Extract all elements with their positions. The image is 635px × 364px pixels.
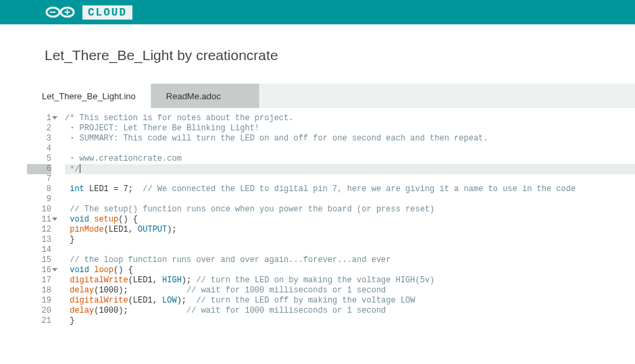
code-line[interactable]: · www.creationcrate.com <box>65 154 635 164</box>
line-number: 11 <box>27 215 51 225</box>
code-line[interactable]: void setup() { <box>65 215 635 225</box>
line-number: 21 <box>27 316 51 326</box>
code-line[interactable]: void loop() { <box>65 265 635 276</box>
line-number: 10 <box>27 205 51 215</box>
code-line[interactable]: */ <box>65 164 635 174</box>
code-line[interactable]: pinMode(LED1, OUTPUT); <box>65 225 635 235</box>
code-line[interactable]: digitalWrite(LED1, LOW); // turn the LED… <box>65 296 635 306</box>
code-line[interactable]: // the loop function runs over and over … <box>65 255 635 265</box>
code-line[interactable]: // The setup() function runs once when y… <box>65 205 635 215</box>
line-number: 17 <box>27 276 51 286</box>
line-number: 7 <box>27 174 51 184</box>
line-number: 1 <box>27 113 51 124</box>
code-editor[interactable]: 123456789101112131415161718192021 /* Thi… <box>27 108 635 326</box>
code-line[interactable]: · SUMMARY: This code will turn the LED o… <box>65 134 635 144</box>
line-number: 16 <box>27 265 51 276</box>
tab-bar: Let_There_Be_Light.ino ReadMe.adoc <box>27 84 635 108</box>
code-line[interactable]: /* This section is for notes about the p… <box>65 113 635 124</box>
line-number-gutter: 123456789101112131415161718192021 <box>27 113 54 326</box>
line-number: 19 <box>27 296 51 306</box>
line-number: 6 <box>27 164 51 174</box>
line-number: 5 <box>27 154 51 164</box>
arduino-logo-icon <box>45 5 76 19</box>
svg-rect-4 <box>67 9 68 15</box>
cloud-badge[interactable]: CLOUD <box>82 5 132 20</box>
svg-rect-2 <box>50 11 56 13</box>
tab-sketch[interactable]: Let_There_Be_Light.ino <box>27 84 151 108</box>
tab-readme[interactable]: ReadMe.adoc <box>151 84 259 108</box>
top-bar: CLOUD <box>0 0 635 24</box>
main-content: Let_There_Be_Light by creationcrate Let_… <box>0 24 635 326</box>
code-line[interactable]: delay(1000); // wait for 1000 millisecon… <box>65 286 635 296</box>
code-line[interactable]: int LED1 = 7; // We connected the LED to… <box>65 184 635 194</box>
code-line[interactable]: digitalWrite(LED1, HIGH); // turn the LE… <box>65 276 635 286</box>
page-title: Let_There_Be_Light by creationcrate <box>45 47 635 63</box>
line-number: 12 <box>27 225 51 235</box>
code-line[interactable]: · PROJECT: Let There Be Blinking Light! <box>65 124 635 134</box>
line-number: 3 <box>27 134 51 144</box>
code-line[interactable]: delay(1000); // wait for 1000 millisecon… <box>65 306 635 316</box>
code-line[interactable] <box>65 245 635 255</box>
line-number: 9 <box>27 194 51 205</box>
line-number: 15 <box>27 255 51 265</box>
line-number: 4 <box>27 144 51 154</box>
code-line[interactable] <box>65 174 635 184</box>
code-line[interactable]: } <box>65 235 635 245</box>
code-line[interactable] <box>65 194 635 205</box>
code-area[interactable]: /* This section is for notes about the p… <box>54 113 635 326</box>
text-cursor <box>80 164 80 173</box>
line-number: 8 <box>27 184 51 194</box>
line-number: 2 <box>27 124 51 134</box>
line-number: 18 <box>27 286 51 296</box>
code-line[interactable] <box>65 144 635 154</box>
code-line[interactable]: } <box>65 316 635 326</box>
line-number: 20 <box>27 306 51 316</box>
line-number: 13 <box>27 235 51 245</box>
line-number: 14 <box>27 245 51 255</box>
